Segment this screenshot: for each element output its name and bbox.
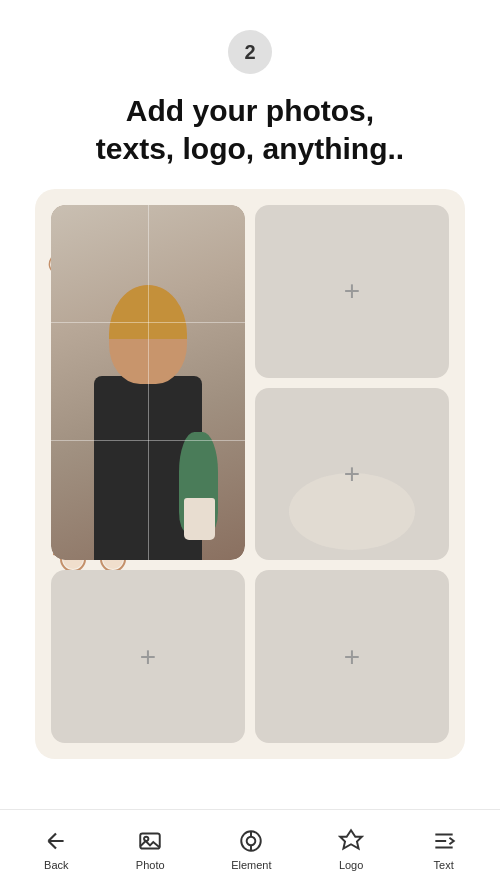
top-right-cell[interactable]: + [255, 205, 449, 378]
figure-hair [109, 285, 187, 340]
nav-back[interactable]: Back [29, 820, 83, 879]
photo-grid: + + + + [51, 205, 449, 743]
nav-photo[interactable]: Photo [122, 820, 179, 879]
photo-label: Photo [136, 859, 165, 871]
nav-element[interactable]: Element [217, 820, 285, 879]
mid-right-cell[interactable]: + [255, 388, 449, 561]
canvas-area: dazzle [35, 189, 465, 759]
back-label: Back [44, 859, 68, 871]
headline-line1: Add your photos, [126, 94, 374, 127]
figure-pot [184, 498, 215, 541]
back-arrow-icon [43, 828, 69, 854]
bot-right-cell[interactable]: + [255, 570, 449, 743]
bottom-nav: Back Photo Element Logo Text [0, 809, 500, 889]
photo-icon [137, 828, 163, 854]
step-indicator: 2 [228, 30, 272, 74]
logo-label: Logo [339, 859, 363, 871]
text-icon [431, 828, 457, 854]
text-label: Text [434, 859, 454, 871]
element-icon [238, 828, 264, 854]
nav-logo[interactable]: Logo [324, 820, 378, 879]
headline: Add your photos, texts, logo, anything.. [66, 92, 434, 167]
add-icon: + [344, 641, 360, 673]
add-icon: + [140, 641, 156, 673]
add-icon: + [344, 275, 360, 307]
bot-left-cell[interactable]: + [51, 570, 245, 743]
photo-placeholder [51, 205, 245, 560]
add-icon: + [344, 458, 360, 490]
logo-icon [338, 828, 364, 854]
figure-head [109, 285, 187, 384]
person-figure [70, 276, 225, 560]
step-number: 2 [244, 41, 255, 64]
svg-point-38 [247, 837, 256, 846]
element-label: Element [231, 859, 271, 871]
headline-line2: texts, logo, anything.. [96, 132, 404, 165]
main-photo-cell[interactable] [51, 205, 245, 560]
nav-text[interactable]: Text [417, 820, 471, 879]
